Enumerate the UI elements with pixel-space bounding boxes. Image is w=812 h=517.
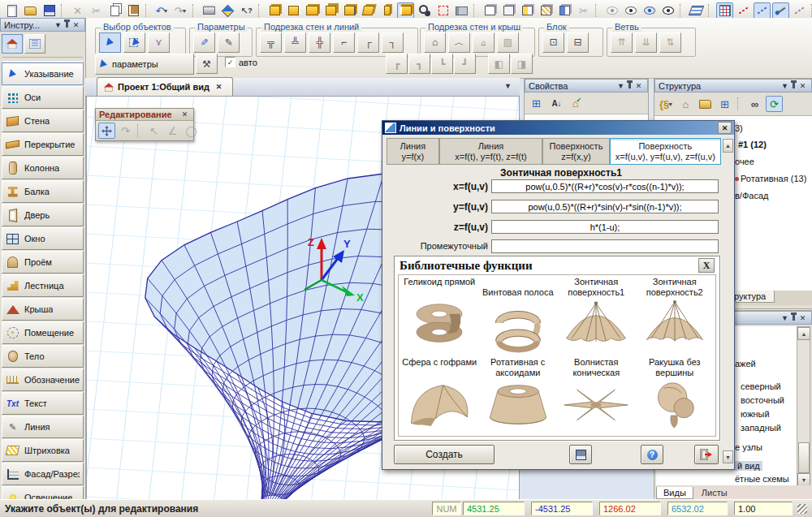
scroll-up-icon[interactable]: ▲ xyxy=(797,327,810,340)
create-button[interactable]: Создать xyxy=(394,445,495,464)
roof-trim-4-button[interactable]: ▨ xyxy=(497,32,519,53)
branch-down-button[interactable]: ⇊ xyxy=(635,32,657,53)
sidebar-item-pointing[interactable]: Указывание xyxy=(2,62,84,85)
snap-line-button[interactable] xyxy=(754,2,771,19)
sidebar-item-hatch[interactable]: Штриховка xyxy=(2,439,84,462)
block-explode-button[interactable]: ⊟ xyxy=(567,32,589,53)
pin-icon[interactable] xyxy=(66,22,68,28)
tree-item-fragment[interactable]: ётные схемы xyxy=(735,474,789,484)
chevron-down-icon[interactable]: ▼ xyxy=(615,81,626,91)
hidden-line-view-button[interactable] xyxy=(500,2,517,19)
paste-button[interactable] xyxy=(125,2,142,19)
tree-item-fragment[interactable]: е узлы xyxy=(735,442,762,452)
visibility-4-button[interactable] xyxy=(659,2,676,19)
tab-list-dropdown-icon[interactable]: ▼ xyxy=(503,81,513,91)
trim-tool-3-button[interactable]: ╬ xyxy=(309,32,330,53)
tree-item-fragment[interactable]: #1 (12) xyxy=(738,140,767,149)
pin-icon[interactable] xyxy=(793,83,795,88)
tab-surface-parametric[interactable]: Поверхность x=f(u,v), y=f(u,v), z=f(u,v) xyxy=(610,138,721,165)
tab-surface-zfxy[interactable]: Поверхность z=f(x,y) xyxy=(542,138,609,165)
library-item-umbrella1[interactable]: Зонтичная поверхность1 xyxy=(557,277,636,357)
views-scrollbar[interactable]: ▲ ▼ xyxy=(797,326,810,485)
pick-parameters-button[interactable]: ✎ xyxy=(193,32,215,53)
categorized-view-button[interactable]: ⊞ xyxy=(528,95,545,111)
dialog-scroll-up-icon[interactable]: ▲ xyxy=(723,139,733,153)
building-mode-button[interactable] xyxy=(2,34,23,54)
section-view-button[interactable] xyxy=(556,2,573,19)
select-tool-button[interactable] xyxy=(99,32,121,53)
library-item-rotative-axoids[interactable]: Ротативная с аксоидами xyxy=(479,357,558,437)
extra-tool-1-button[interactable]: ┏ xyxy=(386,54,408,74)
sidebar-item-wall[interactable]: Стена xyxy=(2,110,84,132)
zoom-tool-button[interactable] xyxy=(416,2,433,19)
snapshot-button[interactable] xyxy=(453,2,470,19)
extra-tool-4-button[interactable]: ┛ xyxy=(454,54,476,74)
solid-tool-5-button[interactable] xyxy=(341,2,358,19)
exit-dialog-button[interactable] xyxy=(694,445,719,464)
sidebar-item-door[interactable]: Дверь xyxy=(2,204,84,226)
intermediate-input[interactable] xyxy=(491,239,719,253)
document-tab[interactable]: Проект 1:Общий вид ✕ xyxy=(97,77,233,96)
close-icon[interactable]: ✕ xyxy=(71,20,81,30)
open-file-button[interactable] xyxy=(22,2,39,19)
tree-item-fragment[interactable]: восточный xyxy=(741,395,784,405)
sidebar-item-beam[interactable]: Балка xyxy=(2,180,84,203)
library-close-button[interactable]: X xyxy=(698,258,715,273)
extra-tool-2-button[interactable]: ┓ xyxy=(408,54,430,74)
extra-tool-3-button[interactable]: ┗ xyxy=(431,54,453,74)
dialog-titlebar[interactable]: Линии и поверхности ✕ xyxy=(382,121,734,135)
sidebar-item-window[interactable]: Окно xyxy=(2,227,84,250)
rotate-tool-button[interactable]: ↷ xyxy=(117,123,134,139)
grid-view-button[interactable]: ⊞ xyxy=(716,96,733,112)
tree-item-fragment[interactable]: западный xyxy=(741,423,781,433)
sidebar-item-facade-section[interactable]: Фасад/Разрез xyxy=(2,463,84,485)
textured-view-button[interactable] xyxy=(538,2,555,19)
solid-tool-4-button[interactable] xyxy=(322,2,339,19)
dialog-scroll-down-icon[interactable]: ▼ xyxy=(723,450,733,463)
new-file-button[interactable] xyxy=(3,2,20,19)
tab-views[interactable]: Виды xyxy=(656,487,693,499)
angle-tool-button[interactable]: ∠ xyxy=(164,123,181,139)
tab-line-yfx[interactable]: Линия y=f(x) xyxy=(387,138,439,165)
tree-item-fragment[interactable]: очее xyxy=(735,157,754,166)
dialog-close-button[interactable]: ✕ xyxy=(718,122,732,134)
tree-item-fragment[interactable]: ажей xyxy=(735,359,756,368)
library-item-screw-band[interactable]: Винтовая полоса xyxy=(479,277,558,357)
refresh-button[interactable]: ⟳ xyxy=(766,96,783,112)
tab-line-parametric[interactable]: Линия x=f(t), y=f(t), z=f(t) xyxy=(439,138,543,165)
wireframe-view-button[interactable] xyxy=(482,2,499,19)
redo-button[interactable]: ↷▼ xyxy=(172,2,189,19)
new-project-button[interactable]: ⌂ xyxy=(677,96,694,112)
auto-checkbox[interactable]: ✓ авто xyxy=(225,57,257,67)
tab-close-icon[interactable]: ✕ xyxy=(214,82,224,92)
close-icon[interactable]: ✕ xyxy=(797,313,808,323)
trim-tool-4-button[interactable]: ⌐ xyxy=(333,32,355,53)
extra-tool-6-button[interactable]: ◨ xyxy=(511,54,533,74)
pick-move-tool-button[interactable]: ↖ xyxy=(145,123,162,139)
layers-button[interactable] xyxy=(688,2,705,19)
library-item-umbrella2[interactable]: Зонтичная поверхность2 xyxy=(636,277,715,357)
roof-trim-1-button[interactable]: ⌂ xyxy=(424,32,446,53)
solid-tool-7-button[interactable] xyxy=(378,2,395,19)
find-button[interactable]: ∞ xyxy=(746,96,763,112)
trim-tool-5-button[interactable]: ┌ xyxy=(357,32,379,53)
open-node-button[interactable] xyxy=(697,96,714,112)
branch-up-button[interactable]: ⇈ xyxy=(611,32,633,53)
help-button[interactable]: ? xyxy=(641,445,663,464)
solid-tool-3-button[interactable] xyxy=(304,2,321,19)
tree-item-fragment-selected[interactable]: й вид xyxy=(735,461,762,471)
trim-tool-1-button[interactable]: ╦ xyxy=(260,32,282,53)
snap-point-button[interactable] xyxy=(772,2,789,19)
tree-item-fragment[interactable]: южный xyxy=(741,409,770,419)
undo-dropdown-icon[interactable]: ▼ xyxy=(162,8,168,14)
parameters-wide-button[interactable]: параметры xyxy=(95,54,194,75)
trim-tool-2-button[interactable]: ╩ xyxy=(284,32,306,53)
library-item-wavy-conical[interactable]: Волнистая коническая xyxy=(557,357,636,437)
undo-button[interactable]: ↶▼ xyxy=(153,2,171,19)
ellipse-tool-button[interactable]: ◯ xyxy=(183,123,200,139)
close-icon[interactable]: ✕ xyxy=(633,81,644,91)
redo-dropdown-icon[interactable]: ▼ xyxy=(181,8,187,14)
home-check-button[interactable]: ⌂✓ xyxy=(568,95,585,111)
editing-toolbar-close-icon[interactable]: ✕ xyxy=(179,110,190,119)
tools-settings-button[interactable]: ⚒ xyxy=(196,54,218,74)
